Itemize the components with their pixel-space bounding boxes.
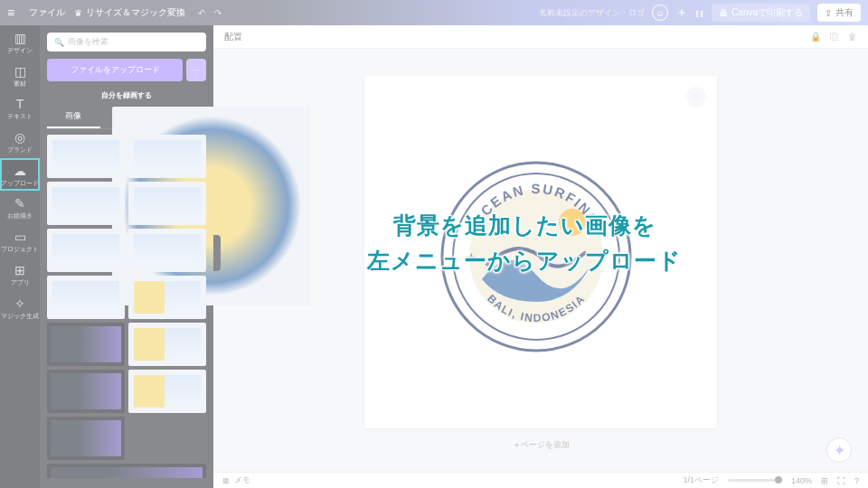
artboard[interactable]: ♡ OCEAN SURFING BALI, INDONESIA ★ (364, 76, 717, 428)
left-rail: ▥デザイン ◫素材 Tテキスト ◎ブランド ☁アップロード ✎お絵描き ▭プロジ… (0, 25, 40, 488)
lock-icon[interactable]: 🔒 (810, 32, 821, 42)
fullscreen-icon[interactable]: ⛶ (837, 476, 845, 485)
rail-design[interactable]: ▥デザイン (0, 25, 40, 59)
resize-menu[interactable]: リサイズ＆マジック変換 (82, 5, 189, 21)
help-icon[interactable]: ? (854, 476, 859, 485)
context-toolbar: 配置 🔒 ⿻ 🗑 (213, 25, 868, 49)
bottom-bar: 🗎 メモ 1/1ページ 140% ⊞ ⛶ ? (213, 472, 868, 488)
grid-view-icon[interactable]: ⊞ (821, 476, 828, 485)
upload-thumb[interactable] (128, 370, 206, 413)
search-icon: 🔍 (54, 38, 64, 47)
upload-thumb[interactable] (47, 182, 125, 225)
upload-thumb[interactable] (47, 464, 206, 478)
chat-icon[interactable]: ☺ (652, 5, 668, 21)
crown-icon: ♛ (74, 8, 82, 18)
stage[interactable]: ♡ OCEAN SURFING BALI, INDONESIA ★ (213, 49, 868, 472)
zoom-slider[interactable] (728, 479, 782, 482)
upload-thumb[interactable] (128, 229, 206, 272)
svg-text:★: ★ (596, 250, 608, 265)
search-placeholder: 画像を検索 (68, 36, 108, 48)
redo-icon[interactable]: ↷ (214, 8, 222, 18)
zoom-value[interactable]: 140% (791, 476, 812, 485)
menu-icon[interactable]: ≡ (7, 5, 24, 20)
rail-elements[interactable]: ◫素材 (0, 59, 40, 92)
design-title[interactable]: 名称未設定のデザイン・ロゴ (539, 7, 645, 19)
position-label[interactable]: 配置 (224, 31, 242, 43)
notes-label[interactable]: メモ (234, 474, 250, 486)
upload-thumb[interactable] (47, 276, 125, 319)
logo-image[interactable]: OCEAN SURFING BALI, INDONESIA ★ ★ (437, 157, 636, 356)
topbar: ≡ ファイル ♛ リサイズ＆マジック変換 ↶ ↷ 名称未設定のデザイン・ロゴ ☺… (0, 0, 868, 25)
upload-thumb[interactable] (47, 417, 125, 460)
trash-icon[interactable]: 🗑 (848, 32, 857, 42)
print-button[interactable]: 🖶Canvaで印刷する (712, 4, 810, 22)
tab-image[interactable]: 画像 (47, 106, 100, 128)
svg-text:★: ★ (466, 250, 477, 265)
upload-thumb[interactable] (47, 370, 125, 413)
like-icon[interactable]: ♡ (686, 87, 706, 107)
rail-magic[interactable]: ✧マジック生成 (0, 291, 40, 324)
upload-thumb[interactable] (128, 135, 206, 178)
file-menu[interactable]: ファイル (29, 6, 65, 19)
magic-fab[interactable]: ✦ (826, 437, 852, 463)
undo-icon[interactable]: ↶ (198, 8, 205, 18)
upload-thumb[interactable] (128, 182, 206, 225)
upload-more-button[interactable]: ⋯ (186, 59, 206, 81)
upload-thumb[interactable] (128, 323, 206, 366)
rail-projects[interactable]: ▭プロジェクト (0, 224, 40, 258)
upload-thumb[interactable] (47, 323, 125, 366)
rail-draw[interactable]: ✎お絵描き (0, 191, 40, 224)
record-button[interactable]: 自分を録画する (47, 87, 206, 106)
upload-thumb[interactable] (47, 135, 125, 178)
rail-text[interactable]: Tテキスト (0, 91, 40, 125)
copy-icon[interactable]: ⿻ (830, 32, 839, 42)
upload-thumb[interactable] (128, 276, 206, 319)
add-page-button[interactable]: ＋ページを追加 (513, 439, 570, 451)
rail-upload[interactable]: ☁アップロード (0, 158, 40, 192)
notes-icon[interactable]: 🗎 (222, 476, 231, 485)
upload-grid (47, 135, 206, 478)
add-icon[interactable]: ＋ (675, 5, 688, 21)
upload-thumb[interactable] (47, 229, 125, 272)
upload-panel: 🔍 画像を検索 ファイルをアップロード ⋯ 自分を録画する 画像 動画 オーディ… (40, 25, 213, 488)
search-input[interactable]: 🔍 画像を検索 (47, 33, 206, 52)
chart-icon[interactable]: ⫿⫿ (695, 8, 704, 18)
upload-button[interactable]: ファイルをアップロード (47, 59, 183, 81)
page-indicator[interactable]: 1/1ページ (683, 474, 719, 486)
rail-apps[interactable]: ⊞アプリ (0, 258, 40, 291)
rail-brand[interactable]: ◎ブランド (0, 125, 40, 158)
panel-collapse-handle[interactable] (213, 235, 221, 271)
share-button[interactable]: ⇪共有 (817, 4, 861, 22)
canvas-area: 配置 🔒 ⿻ 🗑 ♡ OCEAN SURFING (213, 25, 868, 472)
